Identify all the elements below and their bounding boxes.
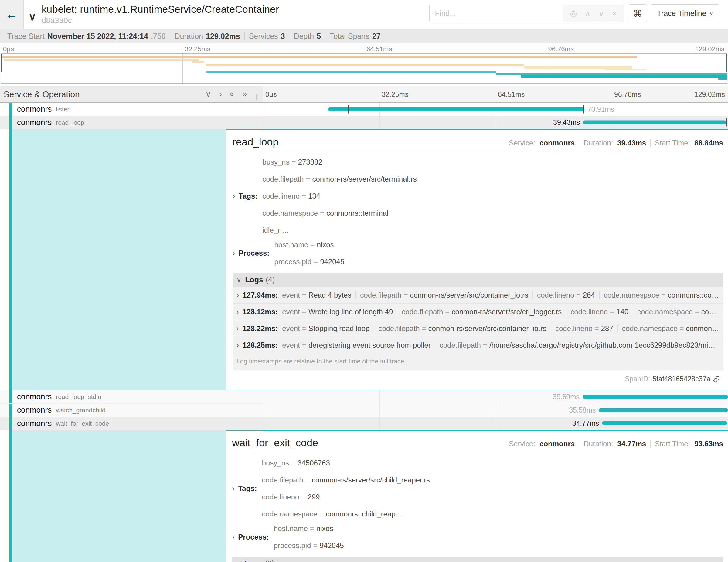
span-row-listen[interactable]: conmonrslisten70.91ms	[0, 103, 728, 116]
clear-find-icon[interactable]: ×	[612, 9, 617, 18]
span-service-name: conmonrs	[17, 104, 52, 114]
span-color-bar	[9, 417, 12, 430]
span-duration-bar[interactable]	[583, 395, 728, 399]
tag-key: idle_n…	[262, 226, 289, 234]
process-row[interactable]: › Process: host.name=nixosprocess.pid=94…	[233, 237, 723, 269]
tag-key: event	[282, 291, 300, 299]
logs-header[interactable]: ∨ Logs (4)	[233, 273, 723, 287]
trace-info-value: 3	[281, 32, 285, 41]
log-entry-row[interactable]: ›127.94ms:event=Read 4 bytescode.filepat…	[233, 287, 723, 304]
tag-field: code.filepath=conmon-rs/server/src/termi…	[262, 175, 417, 183]
tag-field: code.lineno=134	[262, 192, 417, 200]
log-entry-row[interactable]: ›128.22ms:event=Stopping read loopcode.f…	[233, 320, 723, 337]
tag-key: code.lineno	[262, 493, 299, 501]
deep-link-icon[interactable]	[713, 376, 720, 383]
span-row-wait-for-exit-code[interactable]: conmonrswait_for_exit_code34.77ms	[0, 417, 728, 430]
collapse-trace-header-icon[interactable]: ∨	[29, 11, 36, 23]
span-duration-bar[interactable]	[602, 421, 727, 425]
span-name-cell[interactable]: conmonrswatch_grandchild	[0, 404, 263, 417]
tag-field: process.pid=942045	[274, 541, 344, 550]
field-divider	[617, 325, 618, 332]
chevron-right-icon: ›	[233, 192, 235, 200]
logs-label: Logs	[244, 559, 263, 562]
logs-label: Logs	[245, 275, 263, 284]
start-time-value: 88.84ms	[694, 139, 723, 147]
span-duration-bar[interactable]	[599, 408, 728, 412]
span-duration-bar[interactable]	[583, 121, 726, 124]
logs-header[interactable]: ∨ Logs (2)	[232, 557, 723, 562]
title-block: kubelet: runtime.v1.RuntimeService/Creat…	[42, 4, 279, 25]
span-row-read-loop[interactable]: conmonrsread_loop39.43ms	[0, 116, 728, 129]
trace-info-label: Duration	[175, 32, 203, 41]
tag-value: conmon-rs/server/src/cri_logger.rs	[451, 308, 562, 316]
tag-field: code.namespace=conmonrs::co…	[604, 291, 719, 299]
trace-info-value: November 15 2022, 11:24:14	[47, 32, 148, 41]
service-label: Service:	[509, 440, 535, 448]
span-name-cell[interactable]: conmonrswait_for_exit_code	[0, 417, 263, 430]
view-selector-button[interactable]: Trace Timeline ∨	[651, 4, 719, 22]
back-button[interactable]: ←	[0, 0, 24, 29]
minimap-span-bar	[192, 61, 204, 63]
field-divider	[633, 308, 633, 316]
keyboard-shortcuts-button[interactable]: ⌘	[629, 4, 647, 22]
span-timeline-cell[interactable]: 39.69ms	[263, 390, 728, 404]
log-timestamp: 128.25ms:	[243, 341, 278, 349]
tag-field: event=Read 4 bytes	[282, 291, 351, 299]
trace-info-item: Total Spans27	[325, 32, 385, 41]
minimap-drag-handle-right[interactable]	[726, 54, 727, 72]
collapse-all-icon[interactable]: »	[228, 92, 236, 97]
span-row-watch-grandchild[interactable]: conmonrswatch_grandchild35.58ms	[0, 404, 728, 417]
locate-icon[interactable]: ◎	[570, 9, 577, 18]
find-box: ◎ ∧ ∨ ×	[429, 5, 624, 22]
tag-key: host.name	[274, 524, 308, 533]
minimap-drag-handle-left[interactable]	[1, 54, 2, 72]
tag-field: code.lineno=264	[537, 291, 595, 299]
chevron-down-icon: ∨	[709, 10, 713, 17]
equals-sign: =	[302, 341, 306, 349]
log-fields: event=Wrote log line of length 49code.fi…	[282, 308, 716, 316]
tag-value: 299	[308, 493, 320, 501]
span-timeline-cell[interactable]: 39.43ms	[263, 116, 728, 129]
trace-id-short: d8a3a0c	[42, 16, 279, 25]
axis-tick-label: 129.02ms	[694, 90, 725, 99]
tag-value: conmon-rs/server/src/container_io.rs	[428, 324, 546, 333]
span-timeline-cell[interactable]: 34.77ms	[263, 417, 728, 430]
logs-section: ∨ Logs (4) ›127.94ms:event=Read 4 bytesc…	[233, 273, 723, 370]
start-time-label: Start Time:	[655, 139, 690, 147]
tag-key: code.filepath	[378, 324, 420, 333]
tag-value: /home/sascha/.cargo/registry/src/github.…	[489, 341, 715, 349]
span-name-cell[interactable]: conmonrsread_loop_stdin	[0, 390, 263, 404]
column-resizer-grip[interactable]: ∥	[255, 93, 258, 100]
log-entry-row[interactable]: ›128.25ms:event=deregistering event sour…	[233, 337, 723, 353]
tags-row[interactable]: › Tags: busy_ns=273882code.filepath=conm…	[233, 155, 723, 237]
span-row-read-loop-stdin[interactable]: conmonrsread_loop_stdin39.69ms	[0, 390, 728, 404]
span-name-cell[interactable]: conmonrsread_loop	[0, 116, 263, 129]
log-entry-row[interactable]: ›128.12ms:event=Wrote log line of length…	[233, 304, 723, 320]
span-timeline-cell[interactable]: 35.58ms	[263, 404, 728, 417]
tag-value: 273882	[298, 158, 322, 166]
minimap-span-bar	[206, 71, 496, 73]
span-timeline-cell[interactable]: 70.91ms	[263, 103, 728, 116]
process-row[interactable]: › Process: host.name=nixosprocess.pid=94…	[232, 521, 723, 553]
tag-key: busy_ns	[262, 158, 289, 166]
span-duration-bar[interactable]	[328, 107, 584, 111]
expand-one-icon[interactable]: ›	[219, 90, 222, 98]
duration-label: Duration:	[583, 139, 613, 147]
prev-match-icon[interactable]: ∧	[585, 9, 590, 18]
expand-all-icon[interactable]: »	[242, 90, 247, 98]
find-input[interactable]	[430, 5, 563, 22]
next-match-icon[interactable]: ∨	[598, 9, 604, 18]
timeline-gridline	[496, 116, 496, 129]
chevron-down-icon: ∨	[236, 560, 241, 562]
equals-sign: =	[319, 510, 324, 518]
tag-key: code.lineno	[262, 192, 300, 200]
tag-key: host.name	[274, 240, 308, 249]
tags-row[interactable]: › Tags: busy_ns=34506763code.filepath=co…	[232, 456, 723, 521]
span-name-cell[interactable]: conmonrslisten	[0, 103, 263, 116]
collapse-one-icon[interactable]: ∨	[205, 90, 211, 98]
detail-span-title: read_loop	[233, 136, 278, 148]
tag-key: code.filepath	[360, 291, 401, 299]
minimap-canvas[interactable]	[1, 53, 727, 84]
equals-sign: =	[292, 158, 296, 166]
service-label: Service:	[509, 139, 535, 147]
